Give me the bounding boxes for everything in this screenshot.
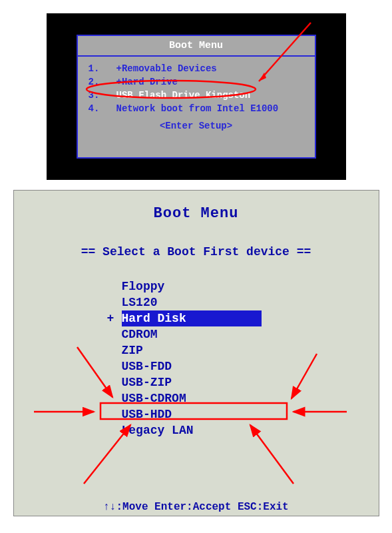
boot-device-item[interactable]: USB-ZIP [122, 374, 379, 390]
boot-item-selected[interactable]: 3. USB Flash Drive Kingston [89, 89, 304, 102]
boot-device-item[interactable]: Legacy LAN [122, 422, 379, 438]
bios-panel-2: Boot Menu == Select a Boot First device … [13, 190, 379, 516]
bios-panel-1: Boot Menu 1. +Removable Devices 2. +Hard… [47, 13, 346, 180]
boot-menu-list: 1. +Removable Devices 2. +Hard Drive 3. … [78, 57, 315, 137]
boot-item[interactable]: 4. Network boot from Intel E1000 [89, 102, 304, 115]
boot-menu-box: Boot Menu 1. +Removable Devices 2. +Hard… [77, 35, 316, 159]
boot-device-list: Floppy LS120 +Hard Disk CDROM ZIP USB-FD… [14, 259, 379, 438]
boot-device-item[interactable]: USB-FDD [122, 358, 379, 374]
boot-menu-subtitle: == Select a Boot First device == [14, 222, 379, 259]
help-footer: ↑↓:Move Enter:Accept ESC:Exit [14, 501, 379, 513]
boot-device-item-selected[interactable]: +Hard Disk [122, 310, 262, 326]
boot-item[interactable]: 2. +Hard Drive [89, 75, 304, 89]
boot-device-item[interactable]: Floppy [122, 278, 379, 294]
boot-device-item[interactable]: CDROM [122, 326, 379, 342]
boot-menu-title-2: Boot Menu [14, 191, 379, 222]
boot-device-item[interactable]: ZIP [122, 342, 379, 358]
enter-setup[interactable]: <Enter Setup> [89, 115, 304, 131]
boot-menu-title: Boot Menu [78, 36, 315, 57]
boot-device-item-emphasized[interactable]: USB-HDD [122, 406, 379, 422]
boot-item[interactable]: 1. +Removable Devices [89, 62, 304, 75]
boot-device-item[interactable]: LS120 [122, 294, 379, 310]
boot-device-item[interactable]: USB-CDROM [122, 390, 379, 406]
